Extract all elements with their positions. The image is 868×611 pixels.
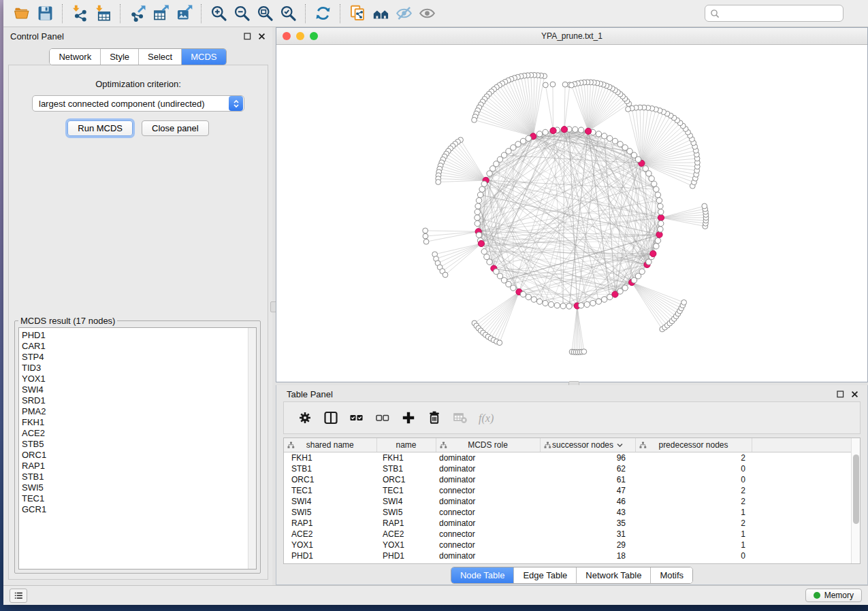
table-cell[interactable]: 2 (635, 496, 752, 507)
table-cell[interactable]: dominator (436, 452, 540, 463)
table-cell[interactable]: STB1 (376, 463, 436, 474)
refresh-view-icon[interactable] (311, 3, 334, 24)
table-cell[interactable]: PHD1 (284, 550, 376, 561)
float-panel-icon[interactable] (837, 391, 844, 398)
table-row[interactable]: YOX1YOX1connector291 (284, 540, 853, 550)
network-graph[interactable] (276, 45, 867, 382)
table-cell[interactable]: STB1 (284, 463, 376, 474)
mcds-result-item[interactable]: RAP1 (19, 461, 256, 472)
table-cell[interactable]: 1 (635, 529, 752, 540)
tab-edge-table[interactable]: Edge Table (513, 567, 576, 583)
table-cell[interactable]: dominator (436, 518, 540, 529)
export-network-icon[interactable] (126, 3, 149, 24)
table-cell[interactable]: FKH1 (376, 452, 436, 463)
table-row[interactable]: ACE2ACE2connector311 (284, 529, 853, 540)
mcds-result-item[interactable]: ACE2 (19, 428, 256, 439)
table-cell[interactable]: 31 (540, 529, 635, 540)
tab-style[interactable]: Style (100, 49, 138, 65)
table-cell[interactable] (752, 529, 853, 540)
table-cell[interactable]: YOX1 (284, 540, 376, 550)
table-cell[interactable]: ORC1 (376, 474, 436, 485)
table-cell[interactable]: 35 (540, 518, 635, 529)
add-column-icon[interactable] (396, 406, 421, 430)
table-cell[interactable]: 46 (540, 496, 635, 507)
tab-mcds[interactable]: MCDS (181, 49, 225, 65)
result-list-scrollbar[interactable] (248, 328, 256, 569)
table-cell[interactable]: connector (436, 529, 540, 540)
run-mcds-button[interactable]: Run MCDS (67, 120, 133, 136)
table-cell[interactable]: dominator (436, 463, 540, 474)
import-table-icon[interactable] (91, 3, 114, 24)
mcds-result-item[interactable]: PHD1 (19, 330, 256, 341)
table-row[interactable]: RAP1RAP1dominator352 (284, 518, 853, 529)
mcds-result-item[interactable]: TEC1 (19, 493, 256, 504)
table-mode-gear-icon[interactable] (292, 406, 318, 430)
table-cell[interactable] (752, 452, 853, 463)
close-panel-button[interactable]: Close panel (142, 120, 209, 136)
table-cell[interactable]: YOX1 (376, 540, 436, 550)
float-panel-icon[interactable] (244, 33, 251, 40)
scrollbar-thumb[interactable] (853, 455, 859, 524)
tab-node-table[interactable]: Node Table (451, 567, 514, 583)
deselect-all-rows-icon[interactable] (370, 406, 396, 430)
table-cell[interactable]: SWI4 (284, 496, 376, 507)
column-header-shared-name[interactable]: shared name (284, 438, 376, 452)
table-cell[interactable]: ACE2 (376, 529, 436, 540)
export-table-icon[interactable] (149, 3, 172, 24)
table-cell[interactable]: ORC1 (284, 474, 376, 485)
mcds-result-item[interactable]: SWI5 (19, 482, 256, 493)
table-cell[interactable]: 61 (540, 474, 635, 485)
mcds-result-item[interactable]: CAR1 (19, 341, 256, 352)
hide-selected-icon[interactable] (392, 3, 415, 24)
export-image-icon[interactable] (172, 3, 195, 24)
column-header-MCDS-role[interactable]: MCDS role (436, 438, 540, 452)
table-cell[interactable]: 2 (635, 518, 752, 529)
table-cell[interactable]: TEC1 (376, 485, 436, 496)
table-cell[interactable]: SWI4 (376, 496, 436, 507)
table-cell[interactable]: 18 (540, 550, 635, 561)
mcds-result-item[interactable]: PMA2 (19, 406, 256, 417)
network-from-selection-icon[interactable] (346, 3, 369, 24)
table-cell[interactable]: 43 (540, 507, 635, 518)
close-panel-icon[interactable] (258, 33, 266, 40)
tab-select[interactable]: Select (138, 49, 181, 65)
zoom-out-icon[interactable] (230, 3, 253, 24)
mcds-result-list[interactable]: PHD1CAR1STP4TID3YOX1SWI4SRD1PMA2FKH1ACE2… (18, 327, 257, 569)
table-cell[interactable]: RAP1 (284, 518, 376, 529)
mcds-result-item[interactable]: STB5 (19, 439, 256, 450)
table-cell[interactable]: PHD1 (376, 550, 436, 561)
table-cell[interactable] (752, 507, 853, 518)
mcds-result-item[interactable]: GCR1 (19, 504, 256, 515)
table-cell[interactable]: 47 (540, 485, 635, 496)
table-cell[interactable]: 1 (635, 507, 752, 518)
table-cell[interactable] (752, 463, 853, 474)
table-cell[interactable]: 62 (540, 463, 635, 474)
table-cell[interactable]: 2 (635, 485, 752, 496)
mcds-result-item[interactable]: SRD1 (19, 395, 256, 406)
table-cell[interactable] (752, 550, 853, 561)
zoom-selected-icon[interactable] (276, 3, 300, 24)
mcds-result-item[interactable]: YOX1 (19, 374, 256, 384)
first-neighbors-icon[interactable] (369, 3, 392, 24)
table-cell[interactable] (752, 474, 853, 485)
table-row[interactable]: FKH1FKH1dominator962 (284, 452, 853, 463)
table-cell[interactable]: dominator (436, 474, 540, 485)
close-panel-icon[interactable] (851, 391, 858, 398)
mcds-result-item[interactable]: FKH1 (19, 417, 256, 428)
table-cell[interactable]: 0 (635, 550, 752, 561)
table-cell[interactable]: 96 (540, 452, 635, 463)
column-header-name[interactable]: name (376, 438, 436, 452)
save-session-icon[interactable] (33, 3, 57, 24)
zoom-fit-icon[interactable] (253, 3, 276, 24)
table-cell[interactable]: ACE2 (284, 529, 376, 540)
table-cell[interactable]: dominator (436, 496, 540, 507)
table-cell[interactable]: dominator (436, 550, 540, 561)
table-cell[interactable] (752, 496, 853, 507)
show-all-icon[interactable] (415, 3, 438, 24)
table-row[interactable]: PHD1PHD1dominator180 (284, 550, 853, 561)
memory-button[interactable]: Memory (805, 589, 862, 602)
mcds-result-item[interactable]: ORC1 (19, 450, 256, 461)
delete-columns-icon[interactable] (421, 406, 447, 430)
select-all-rows-icon[interactable] (344, 406, 370, 430)
table-cell[interactable]: 29 (540, 540, 635, 550)
